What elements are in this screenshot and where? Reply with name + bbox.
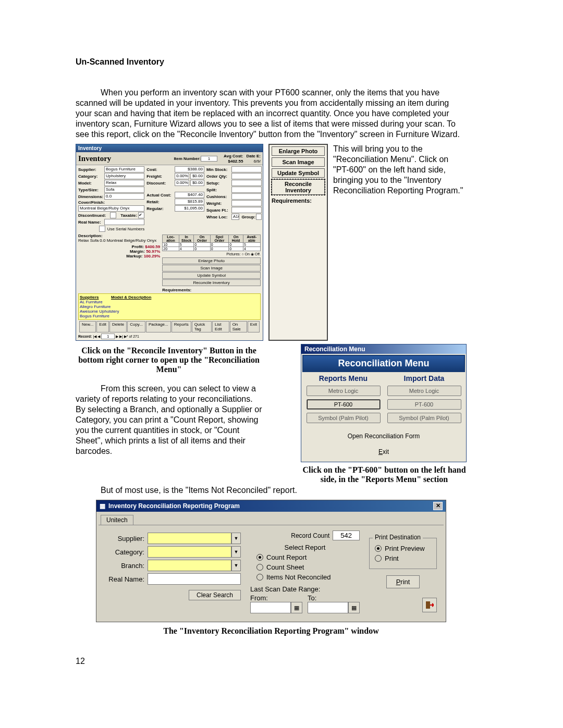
inv-btn-listedit[interactable]: List Edit — [212, 321, 229, 332]
sqft-field[interactable] — [231, 207, 262, 213]
inventory-sidebar: Enlarge PhotoScan ImageUpdate SymbolReco… — [268, 144, 328, 341]
exit-button[interactable] — [422, 598, 437, 612]
pictures-label: Pictures: — [226, 252, 240, 256]
dropdown-icon[interactable]: ▼ — [231, 560, 241, 571]
cushions-field[interactable] — [231, 193, 262, 200]
on-label: On — [245, 252, 250, 256]
supplier-row[interactable]: Allegro Furniture — [80, 304, 259, 309]
profit-value: $400.59 — [145, 244, 160, 249]
freight-pct[interactable]: 0.00% — [175, 173, 189, 179]
whse-field[interactable]: A10 — [231, 214, 239, 220]
sidebar-scan-image[interactable]: Scan Image — [272, 157, 325, 167]
count-sheet-radio[interactable] — [256, 564, 263, 571]
import-symbol[interactable]: Symbol (Palm Pilot) — [387, 413, 461, 423]
inv-btn-copy[interactable]: Copy... — [127, 321, 145, 332]
description-label: Description: — [78, 233, 103, 238]
to-date-input[interactable] — [308, 602, 348, 613]
model-field[interactable]: Relax — [104, 180, 144, 186]
from-date-input[interactable] — [250, 602, 291, 613]
items-not-reconciled-radio[interactable] — [256, 574, 263, 581]
inv-side-scan-image[interactable]: Scan Image — [162, 265, 261, 272]
margin-value: 50.97% — [146, 249, 160, 254]
select-report-label: Select Report — [250, 544, 360, 551]
cost-field[interactable]: $388.00 — [175, 166, 204, 172]
group-field[interactable] — [256, 214, 262, 220]
reporting-title: Inventory Reconciliation Reporting Progr… — [108, 502, 240, 510]
supplier-row[interactable]: Bogus Furniture — [80, 314, 259, 318]
unitech-tab[interactable]: Unitech — [101, 515, 133, 525]
category-select[interactable] — [148, 546, 231, 558]
split-field[interactable] — [231, 187, 262, 193]
retail-field[interactable]: $815.89 — [175, 199, 204, 205]
page-number: 12 — [76, 657, 467, 666]
dropdown-icon[interactable]: ▼ — [231, 546, 241, 558]
cover-field[interactable]: Montreal Beige/Ruby Onyx — [78, 205, 144, 212]
category-field[interactable]: Upholstery — [104, 173, 144, 179]
reports-symbol[interactable]: Symbol (Palm Pilot) — [307, 413, 381, 423]
orderqty-field[interactable] — [231, 173, 262, 179]
section-heading: Un-Scanned Inventory — [76, 57, 467, 67]
items-not-reconciled-text: But of most use, is the "Items Not Recon… — [101, 485, 467, 496]
realname-field[interactable] — [104, 219, 144, 225]
inv-btn-package[interactable]: Package... — [146, 321, 171, 332]
clear-search-button[interactable]: Clear Search — [189, 590, 241, 600]
reports-pt600[interactable]: PT-600 — [307, 399, 381, 410]
discontinued-checkbox[interactable] — [110, 212, 116, 218]
branch-select[interactable] — [148, 560, 231, 571]
serial-checkbox[interactable] — [99, 226, 105, 232]
inv-btn-onsale[interactable]: On Sale — [230, 321, 247, 332]
inv-btn-reports[interactable]: Reports — [172, 321, 191, 332]
weight-field[interactable] — [231, 200, 262, 206]
inv-btn-edit[interactable]: Edit — [96, 321, 109, 332]
date-label: Date E: — [246, 154, 261, 158]
regular-field[interactable]: $1,095.00 — [175, 205, 204, 212]
record-pos[interactable]: 1 — [101, 334, 115, 339]
inv-btn-delete[interactable]: Delete — [109, 321, 127, 332]
inv-side-reconcile-inventory[interactable]: Reconcile Inventory — [162, 279, 261, 286]
count-report-radio[interactable] — [256, 554, 263, 561]
freight-amt[interactable]: $0.00 — [190, 173, 204, 179]
branch-label: Branch: — [103, 562, 144, 570]
inventory-titlebar: Inventory — [76, 144, 263, 152]
sidebar-enlarge-photo[interactable]: Enlarge Photo — [272, 146, 325, 156]
supplier-select[interactable] — [148, 533, 231, 544]
inv-side-update-symbol[interactable]: Update Symbol — [162, 272, 261, 279]
discount-amt[interactable]: $0.00 — [190, 180, 204, 186]
print-radio[interactable] — [375, 555, 382, 562]
description-field[interactable]: Relax Sofa 0.0 Montreal Beige/Ruby Onyx — [78, 238, 160, 243]
discount-pct[interactable]: 0.00% — [175, 180, 189, 186]
inv-btn-exit[interactable]: Exit — [248, 321, 260, 332]
import-pt600[interactable]: PT-600 — [387, 399, 461, 410]
recon-exit[interactable]: Exit — [305, 446, 462, 458]
recon-banner: Reconciliation Menu — [302, 355, 465, 372]
type-field[interactable]: Sofa — [104, 187, 144, 193]
minstock-field[interactable] — [231, 166, 262, 172]
import-metro-logic[interactable]: Metro Logic — [387, 386, 461, 396]
sidebar-update-symbol[interactable]: Update Symbol — [272, 168, 325, 178]
realname-input[interactable] — [148, 573, 241, 585]
supplier-field[interactable]: Bogus Furniture — [104, 166, 144, 172]
dropdown-icon[interactable]: ▼ — [231, 533, 241, 544]
item-number-field[interactable]: 1 — [201, 156, 217, 162]
print-preview-radio[interactable] — [375, 545, 382, 552]
taxable-checkbox[interactable]: ✔ — [138, 212, 144, 218]
category-label: Category: — [103, 548, 144, 556]
calendar-icon[interactable]: ▦ — [348, 602, 360, 613]
inv-btn-new[interactable]: New... — [79, 321, 96, 332]
inv-btn-quicktag[interactable]: Quick Tag — [192, 321, 212, 332]
form-icon: ▦ — [100, 502, 105, 510]
calendar-icon[interactable]: ▦ — [291, 602, 302, 613]
setup-field[interactable] — [231, 180, 262, 186]
inv-side-enlarge-photo[interactable]: Enlarge Photo — [162, 257, 261, 264]
open-reconciliation-form[interactable]: Open Reconciliation Form — [305, 430, 462, 442]
dim-field[interactable]: 0.0 — [104, 193, 144, 200]
supplier-row[interactable]: AL Furniture — [80, 300, 259, 304]
supplier-row[interactable]: Awesome Upholstery — [80, 309, 259, 314]
markup-value: 100.29% — [144, 254, 161, 258]
sidebar-reconcile-inventory[interactable]: Reconcile Inventory — [272, 179, 325, 195]
sidebar-requirements: Requirements: — [270, 196, 327, 205]
serial-label: Use Serial Numbers — [107, 227, 145, 231]
print-button[interactable]: Print — [386, 575, 420, 588]
reports-metro-logic[interactable]: Metro Logic — [307, 386, 381, 396]
close-icon[interactable]: ✕ — [433, 502, 443, 510]
